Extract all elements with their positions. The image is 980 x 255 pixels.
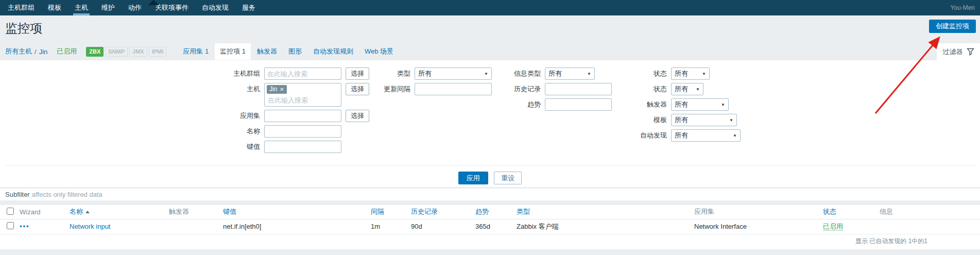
discovery-select-value: 所有 bbox=[675, 131, 688, 140]
nav-item-services[interactable]: 服务 bbox=[235, 0, 262, 15]
item-applications-cell: Network Interface bbox=[692, 219, 820, 234]
tab-discovery-rules[interactable]: 自动发现规则 bbox=[308, 43, 358, 60]
item-triggers-cell bbox=[166, 219, 220, 234]
filter-column-4: 状态 所有 ▼ 状态 所有 ▼ 触发器 所有 ▼ 模板 所有 ▼ bbox=[600, 67, 741, 145]
col-header-trends[interactable]: 趋势 bbox=[473, 205, 514, 219]
breadcrumb-host-link[interactable]: Jin bbox=[39, 48, 48, 56]
col-header-type[interactable]: 类型 bbox=[514, 205, 692, 219]
host-input[interactable]: Jin ✕ 在此输入搜索 bbox=[264, 83, 341, 107]
select-all-checkbox[interactable] bbox=[7, 208, 14, 215]
info-type-select-value: 所有 bbox=[548, 69, 562, 78]
breadcrumb-separator: / bbox=[35, 48, 37, 56]
discovery-label: 自动发现 bbox=[600, 129, 671, 142]
key-label: 键值 bbox=[182, 141, 264, 153]
tab-triggers[interactable]: 触发器 bbox=[252, 43, 282, 60]
filter-column-3: 信息类型 所有 ▼ 历史记录 趋势 bbox=[474, 67, 612, 114]
col-header-interval[interactable]: 间隔 bbox=[368, 205, 408, 219]
discovery-select[interactable]: 所有 ▼ bbox=[671, 129, 741, 142]
chip-close-icon[interactable]: ✕ bbox=[280, 86, 284, 93]
filter-tab-label: 过滤器 bbox=[943, 47, 963, 57]
tab-web-scenarios[interactable]: Web 场景 bbox=[359, 43, 399, 60]
chevron-down-icon: ▼ bbox=[729, 118, 733, 123]
col-header-status[interactable]: 状态 bbox=[820, 205, 877, 219]
info-type-select[interactable]: 所有 ▼ bbox=[545, 67, 595, 80]
state-select[interactable]: 所有 ▼ bbox=[671, 83, 703, 95]
filter-buttons: 应用 重设 bbox=[0, 172, 980, 184]
jmx-agent-badge: JMX bbox=[129, 47, 147, 57]
item-history-cell: 90d bbox=[408, 219, 473, 234]
update-interval-label: 更新间隔 bbox=[340, 83, 415, 95]
status-label: 状态 bbox=[600, 67, 671, 80]
zbx-agent-badge: ZBX bbox=[86, 47, 104, 57]
row-checkbox[interactable] bbox=[7, 222, 14, 229]
item-type-cell: Zabbix 客户端 bbox=[514, 219, 692, 234]
name-input[interactable] bbox=[264, 125, 341, 138]
subfilter-bar: Subfilter affects only filtered data bbox=[0, 189, 980, 200]
tab-applications[interactable]: 应用集 1 bbox=[178, 43, 214, 60]
subfilter-title: Subfilter bbox=[5, 191, 30, 198]
nav-item-maintenance[interactable]: 维护 bbox=[95, 0, 122, 15]
wizard-menu-icon[interactable]: ••• bbox=[20, 223, 30, 230]
chevron-down-icon: ▼ bbox=[702, 72, 706, 76]
hostgroup-input[interactable] bbox=[264, 67, 341, 80]
chevron-down-icon: ▼ bbox=[696, 87, 700, 92]
col-header-wizard: Wizard bbox=[17, 205, 67, 219]
nav-item-templates[interactable]: 模板 bbox=[41, 0, 68, 15]
state-label: 状态 bbox=[600, 83, 671, 95]
type-select-value: 所有 bbox=[418, 69, 432, 78]
col-header-info: 信息 bbox=[877, 205, 980, 219]
create-item-button[interactable]: 创建监控项 bbox=[929, 20, 976, 33]
title-row: 监控项 创建监控项 bbox=[0, 15, 980, 43]
template-select[interactable]: 所有 ▼ bbox=[671, 114, 737, 126]
filter-column-2: 类型 所有 ▼ 更新间隔 bbox=[340, 67, 492, 98]
filter-toggle-tab[interactable]: 过滤器 bbox=[937, 43, 980, 60]
chevron-down-icon: ▼ bbox=[721, 103, 725, 107]
col-header-triggers: 触发器 bbox=[166, 205, 220, 219]
col-header-name[interactable]: 名称 bbox=[67, 205, 166, 219]
reset-button[interactable]: 重设 bbox=[494, 172, 522, 184]
page-title: 监控项 bbox=[5, 20, 42, 37]
table-row: ••• Network input net.if.in[eth0] 1m 90d… bbox=[0, 219, 980, 234]
trends-label: 趋势 bbox=[474, 98, 545, 111]
col-header-applications: 应用集 bbox=[692, 205, 820, 219]
chevron-down-icon: ▼ bbox=[733, 133, 737, 138]
nav-item-discovery[interactable]: 自动发现 bbox=[195, 0, 235, 15]
tooltip-pointer-icon bbox=[148, 0, 159, 5]
tab-items[interactable]: 监控项 1 bbox=[215, 43, 251, 60]
item-interval-cell: 1m bbox=[368, 219, 408, 234]
apply-button[interactable]: 应用 bbox=[458, 172, 488, 184]
logged-in-user: You-Men bbox=[950, 0, 980, 15]
template-select-value: 所有 bbox=[675, 115, 688, 125]
host-input-placeholder: 在此输入搜索 bbox=[267, 96, 339, 105]
application-select-button[interactable]: 选择 bbox=[346, 110, 369, 122]
tab-graphs[interactable]: 图形 bbox=[283, 43, 307, 60]
triggers-filter-label: 触发器 bbox=[600, 98, 671, 111]
breadcrumb: 所有主机 / Jin 已启用 ZBX SNMP JMX IPMI 应用集 1 监… bbox=[0, 43, 937, 60]
triggers-select[interactable]: 所有 ▼ bbox=[671, 98, 729, 111]
item-name-link[interactable]: Network input bbox=[70, 223, 110, 230]
top-navbar: 主机群组 模板 主机 维护 动作 关联项事件 自动发现 服务 You-Men bbox=[0, 0, 980, 15]
nav-item-actions[interactable]: 动作 bbox=[122, 0, 148, 15]
application-input[interactable] bbox=[264, 110, 341, 122]
host-status-enabled: 已启用 bbox=[57, 47, 77, 56]
subfilter-note: affects only filtered data bbox=[32, 191, 102, 198]
table-header-row: Wizard 名称 触发器 键值 间隔 历史记录 趋势 类型 应用集 状态 信息 bbox=[0, 205, 980, 219]
breadcrumb-all-hosts-link[interactable]: 所有主机 bbox=[5, 47, 32, 56]
item-status-link[interactable]: 已启用 bbox=[823, 223, 843, 231]
info-type-label: 信息类型 bbox=[474, 67, 545, 80]
col-header-history[interactable]: 历史记录 bbox=[408, 205, 473, 219]
filter-panel: 主机群组 选择 主机 Jin ✕ 在此输入搜索 选择 应用集 选择 名称 bbox=[0, 60, 980, 187]
item-key-cell: net.if.in[eth0] bbox=[220, 219, 368, 234]
key-input[interactable] bbox=[264, 141, 341, 153]
type-label: 类型 bbox=[340, 67, 415, 80]
ipmi-agent-badge: IPMI bbox=[149, 47, 167, 57]
items-table: Wizard 名称 触发器 键值 间隔 历史记录 趋势 类型 应用集 状态 信息… bbox=[0, 205, 980, 234]
col-header-key[interactable]: 键值 bbox=[220, 205, 368, 219]
agent-availability-badges: ZBX SNMP JMX IPMI bbox=[86, 47, 166, 57]
host-section-tabs: 应用集 1 监控项 1 触发器 图形 自动发现规则 Web 场景 bbox=[178, 43, 400, 60]
nav-item-hosts[interactable]: 主机 bbox=[68, 0, 95, 15]
nav-item-host-groups[interactable]: 主机群组 bbox=[1, 0, 41, 15]
snmp-agent-badge: SNMP bbox=[105, 47, 128, 57]
host-chip: Jin ✕ bbox=[267, 85, 287, 94]
status-select[interactable]: 所有 ▼ bbox=[671, 67, 710, 80]
